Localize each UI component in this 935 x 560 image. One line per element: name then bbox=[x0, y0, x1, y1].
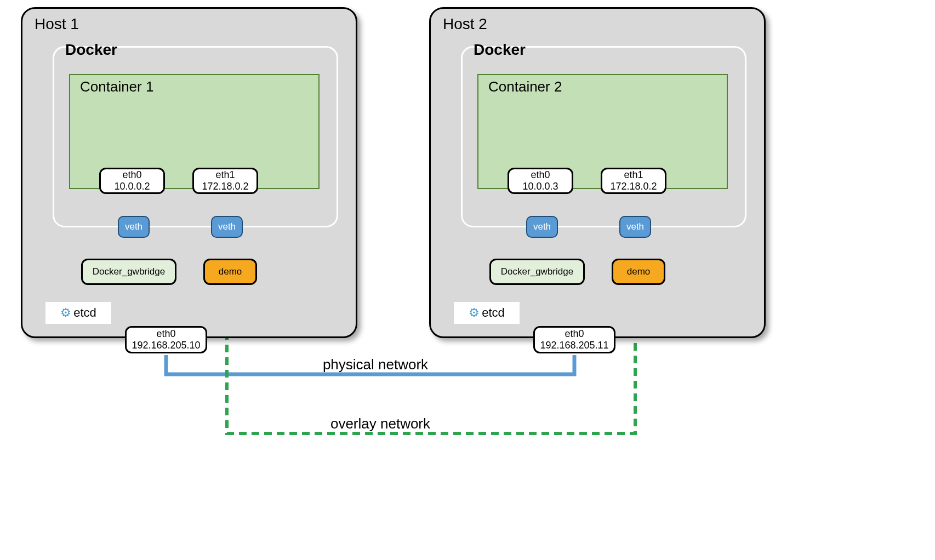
host-1-demo: demo bbox=[203, 259, 257, 285]
host-1-eth0-name: eth0 bbox=[122, 169, 141, 181]
host-2-container-title: Container 2 bbox=[488, 78, 562, 95]
host-1-eth0-ip: 10.0.0.2 bbox=[114, 181, 150, 192]
host-2-host-eth0-name: eth0 bbox=[565, 328, 584, 340]
host-1-host-eth0-ip: 192.168.205.10 bbox=[132, 340, 200, 351]
host-1-etcd-label: etcd bbox=[73, 306, 96, 320]
host-1-container-eth1: eth1 172.18.0.2 bbox=[192, 168, 258, 194]
host-2: Host 2 Docker Container 2 eth0 10.0.0.3 … bbox=[429, 7, 766, 338]
host-2-container-eth0: eth0 10.0.0.3 bbox=[508, 168, 573, 194]
host-2-title: Host 2 bbox=[443, 15, 487, 33]
host-1-veth-left: veth bbox=[118, 216, 150, 238]
host-1-host-eth0-name: eth0 bbox=[156, 328, 175, 340]
host-1-veth-right: veth bbox=[211, 216, 243, 238]
host-1-etcd: ⚙ etcd bbox=[45, 302, 111, 324]
etcd-gear-icon: ⚙ bbox=[60, 306, 71, 320]
host-1: Host 1 Docker Container 1 eth0 10.0.0.2 … bbox=[21, 7, 357, 338]
host-2-eth1-name: eth1 bbox=[624, 169, 643, 181]
host-1-host-eth0: eth0 192.168.205.10 bbox=[125, 326, 207, 353]
host-1-title: Host 1 bbox=[35, 15, 79, 33]
host-1-container-title: Container 1 bbox=[80, 78, 153, 95]
host-1-eth1-ip: 172.18.0.2 bbox=[202, 181, 248, 192]
host-2-eth0-name: eth0 bbox=[531, 169, 550, 181]
host-2-veth-right: veth bbox=[619, 216, 651, 238]
etcd-gear-icon: ⚙ bbox=[469, 306, 480, 320]
host-2-veth-left: veth bbox=[526, 216, 558, 238]
host-2-eth1-ip: 172.18.0.2 bbox=[610, 181, 657, 192]
diagram-canvas: Host 1 Docker Container 1 eth0 10.0.0.2 … bbox=[0, 0, 935, 560]
overlay-network-label: overlay network bbox=[320, 415, 441, 432]
host-1-eth1-name: eth1 bbox=[215, 169, 235, 181]
host-2-eth0-ip: 10.0.0.3 bbox=[522, 181, 558, 192]
host-2-etcd-label: etcd bbox=[482, 306, 505, 320]
host-2-etcd: ⚙ etcd bbox=[454, 302, 520, 324]
host-2-host-eth0: eth0 192.168.205.11 bbox=[533, 326, 615, 353]
host-2-host-eth0-ip: 192.168.205.11 bbox=[540, 340, 608, 351]
host-1-container-eth0: eth0 10.0.0.2 bbox=[99, 168, 165, 194]
host-2-docker-title: Docker bbox=[474, 41, 526, 59]
physical-network-label: physical network bbox=[315, 356, 436, 373]
host-2-demo: demo bbox=[612, 259, 665, 285]
host-2-gwbridge: Docker_gwbridge bbox=[489, 259, 585, 285]
host-1-docker-title: Docker bbox=[65, 41, 117, 59]
host-1-gwbridge: Docker_gwbridge bbox=[81, 259, 176, 285]
host-2-container-eth1: eth1 172.18.0.2 bbox=[601, 168, 666, 194]
